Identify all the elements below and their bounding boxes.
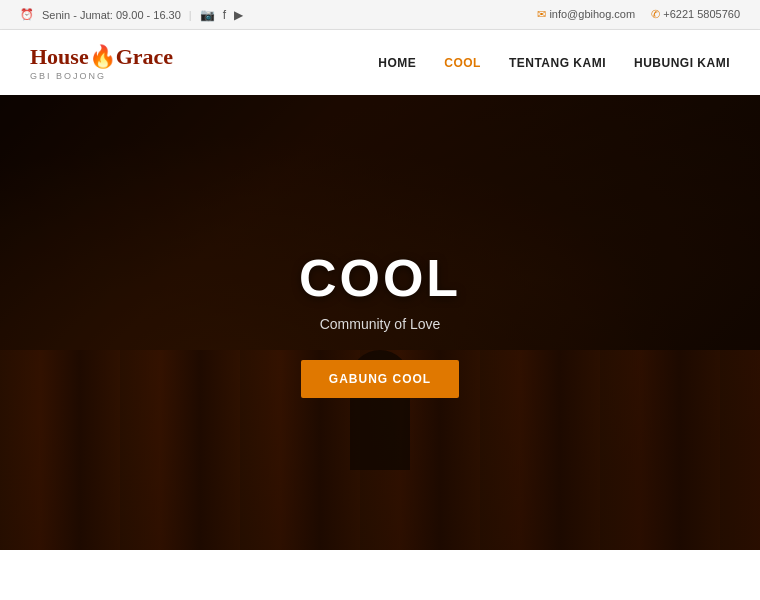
hero-subtitle: Community of Love (299, 316, 461, 332)
logo[interactable]: House🔥Grace GBI BOJONG (30, 44, 173, 81)
main-nav: HOME COOL TENTANG KAMI HUBUNGI KAMI (378, 56, 730, 70)
top-bar-right: ✉ info@gbihog.com ✆ +6221 5805760 (537, 8, 740, 21)
email-contact[interactable]: ✉ info@gbihog.com (537, 8, 635, 21)
nav-tentang-kami[interactable]: TENTANG KAMI (509, 56, 606, 70)
nav-home[interactable]: HOME (378, 56, 416, 70)
phone-icon: ✆ (651, 8, 660, 20)
top-bar: ⏰ Senin - Jumat: 09.00 - 16.30 | 📷 f ▶ ✉… (0, 0, 760, 30)
email-icon: ✉ (537, 8, 546, 20)
social-icons: 📷 f ▶ (200, 8, 243, 22)
facebook-icon[interactable]: f (223, 8, 226, 22)
clock-icon: ⏰ (20, 8, 34, 21)
phone-contact[interactable]: ✆ +6221 5805760 (651, 8, 740, 21)
hero-section: COOL Community of Love GABUNG COOL (0, 95, 760, 550)
hero-title: COOL (299, 248, 461, 308)
top-bar-left: ⏰ Senin - Jumat: 09.00 - 16.30 | 📷 f ▶ (20, 8, 243, 22)
bottom-strip (0, 550, 760, 600)
business-hours: Senin - Jumat: 09.00 - 16.30 (42, 9, 181, 21)
youtube-icon[interactable]: ▶ (234, 8, 243, 22)
divider: | (189, 9, 192, 21)
instagram-icon[interactable]: 📷 (200, 8, 215, 22)
nav-cool[interactable]: COOL (444, 56, 481, 70)
logo-flame-icon: 🔥 (89, 44, 116, 69)
nav-hubungi-kami[interactable]: HUBUNGI KAMI (634, 56, 730, 70)
header: House🔥Grace GBI BOJONG HOME COOL TENTANG… (0, 30, 760, 95)
hero-content: COOL Community of Love GABUNG COOL (299, 248, 461, 398)
logo-subtitle: GBI BOJONG (30, 71, 106, 81)
join-button[interactable]: GABUNG COOL (301, 360, 459, 398)
